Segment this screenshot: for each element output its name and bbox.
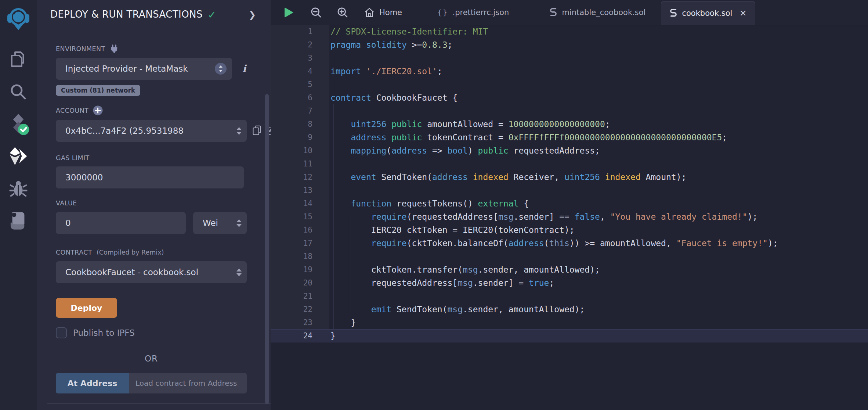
solidity-file-icon <box>549 8 557 17</box>
line-number: 3 <box>271 51 329 65</box>
tab-home[interactable]: Home <box>364 7 402 18</box>
line-number: 16 <box>271 223 329 237</box>
code-line[interactable]: 21 <box>271 289 868 303</box>
code-text <box>329 78 330 91</box>
panel-expand-chevron-icon[interactable]: ❯ <box>249 10 256 20</box>
zoom-out-icon[interactable] <box>310 6 323 19</box>
line-number: 20 <box>271 276 329 289</box>
code-line[interactable]: 11 <box>271 157 868 170</box>
tab-prettierrc[interactable]: {} .prettierrc.json <box>437 8 509 17</box>
home-icon <box>364 7 375 18</box>
code-text: IERC20 cktToken = IERC20(tokenContract); <box>329 223 575 237</box>
code-line[interactable]: 12 event SendToken(address indexed Recei… <box>271 170 868 184</box>
account-stepper-icon <box>234 127 242 135</box>
code-line[interactable]: 2pragma solidity >=0.8.3; <box>271 38 868 51</box>
line-number: 7 <box>271 104 329 118</box>
code-text: } <box>329 329 336 342</box>
code-text: contract CookbookFaucet { <box>329 91 457 104</box>
environment-info-icon[interactable]: i <box>242 63 246 74</box>
code-line[interactable]: 19 cktToken.transfer(msg.sender, amountA… <box>271 263 868 276</box>
code-line[interactable]: 5 <box>271 78 868 91</box>
solidity-file-icon <box>669 8 677 18</box>
debugger-icon[interactable] <box>8 179 28 198</box>
code-line[interactable]: 23 } <box>271 316 868 329</box>
zoom-in-icon[interactable] <box>336 6 349 19</box>
deploy-run-panel: DEPLOY & RUN TRANSACTIONS✓ ❯ ENVIRONMENT… <box>37 0 271 410</box>
code-line-current[interactable]: 24} <box>271 329 868 342</box>
copy-account-icon[interactable] <box>252 125 262 136</box>
code-line[interactable]: 8 uint256 public amountAllowed = 1000000… <box>271 118 868 131</box>
line-number: 19 <box>271 263 329 276</box>
code-line[interactable]: 1// SPDX-License-Identifier: MIT <box>271 25 868 38</box>
code-text: uint256 public amountAllowed = 100000000… <box>329 118 610 131</box>
file-explorer-icon[interactable] <box>8 49 28 69</box>
contract-value: CookbookFaucet - cookbook.sol <box>65 267 198 277</box>
account-select[interactable]: 0x4bC...7a4F2 (25.9531988 <box>56 120 247 142</box>
code-lines: 1// SPDX-License-Identifier: MIT2pragma … <box>271 25 868 342</box>
contract-sublabel: (Compiled by Remix) <box>97 249 164 256</box>
line-number: 6 <box>271 91 329 104</box>
code-text <box>329 250 330 263</box>
code-line[interactable]: 18 <box>271 250 868 263</box>
code-text: require(cktToken.balanceOf(address(this)… <box>329 237 778 250</box>
line-number: 5 <box>271 78 329 91</box>
value-unit: Wei <box>203 218 218 228</box>
panel-scrollbar[interactable] <box>265 94 269 404</box>
code-text <box>329 51 330 65</box>
unit-stepper-icon <box>234 219 242 227</box>
code-line[interactable]: 22 emit SendToken(msg.sender, amountAllo… <box>271 303 868 316</box>
contract-label: CONTRACT (Compiled by Remix) <box>56 249 254 256</box>
publish-ipfs-checkbox[interactable] <box>56 327 67 338</box>
code-text <box>329 289 330 303</box>
add-account-icon[interactable] <box>93 105 103 115</box>
code-text: requestedAddress[msg.sender] = true; <box>329 276 554 289</box>
code-line[interactable]: 20 requestedAddress[msg.sender] = true; <box>271 276 868 289</box>
code-line[interactable]: 15 require(requestedAddress[msg.sender] … <box>271 210 868 223</box>
run-script-icon[interactable] <box>285 7 293 18</box>
line-number: 11 <box>271 157 329 170</box>
code-text: import './IERC20.sol'; <box>329 65 442 78</box>
indent-guide <box>333 104 334 329</box>
code-line[interactable]: 9 address public tokenContract = 0xFFFFf… <box>271 131 868 144</box>
gas-limit-input[interactable]: 3000000 <box>56 166 244 188</box>
code-text: address public tokenContract = 0xFFFFfFF… <box>329 131 727 144</box>
code-line[interactable]: 6contract CookbookFaucet { <box>271 91 868 104</box>
code-editor[interactable]: 1// SPDX-License-Identifier: MIT2pragma … <box>271 25 868 410</box>
network-badge: Custom (81) network <box>56 85 140 96</box>
tab-mintable-coobook[interactable]: mintable_coobook.sol <box>549 8 645 17</box>
contract-select[interactable]: CookbookFaucet - cookbook.sol <box>56 261 247 283</box>
solidity-compiler-icon[interactable] <box>7 112 30 136</box>
code-text <box>329 157 330 170</box>
at-address-button[interactable]: At Address <box>56 373 129 393</box>
code-line[interactable]: 7 <box>271 104 868 118</box>
value-input[interactable]: 0 <box>56 212 186 234</box>
code-line[interactable]: 13 <box>271 184 868 197</box>
code-text: cktToken.transfer(msg.sender, amountAllo… <box>329 263 600 276</box>
code-text: mapping(address => bool) public requeste… <box>329 144 600 157</box>
code-line[interactable]: 4import './IERC20.sol'; <box>271 65 868 78</box>
code-line[interactable]: 14 function requestTokens() external { <box>271 197 868 210</box>
code-line[interactable]: 17 require(cktToken.balanceOf(address(th… <box>271 237 868 250</box>
code-text: require(requestedAddress[msg.sender] == … <box>329 210 757 223</box>
value-amount: 0 <box>65 218 71 228</box>
value-unit-select[interactable]: Wei <box>193 212 247 234</box>
remix-logo-icon[interactable] <box>7 7 30 31</box>
line-number: 12 <box>271 170 329 184</box>
search-icon[interactable] <box>8 82 28 102</box>
code-line[interactable]: 3 <box>271 51 868 65</box>
at-address-input[interactable] <box>129 373 247 393</box>
deploy-and-run-icon[interactable] <box>8 146 29 166</box>
environment-select[interactable]: Injected Provider - MetaMask <box>56 58 232 80</box>
code-line[interactable]: 10 mapping(address => bool) public reque… <box>271 144 868 157</box>
gas-limit-label: GAS LIMIT <box>56 154 254 162</box>
code-text: // SPDX-License-Identifier: MIT <box>329 25 488 38</box>
remix-ide: DEPLOY & RUN TRANSACTIONS✓ ❯ ENVIRONMENT… <box>0 0 868 410</box>
code-text: event SendToken(address indexed Receiver… <box>329 170 686 184</box>
icon-sidebar <box>0 0 37 410</box>
plugin-manager-icon[interactable] <box>9 211 28 230</box>
code-line[interactable]: 16 IERC20 cktToken = IERC20(tokenContrac… <box>271 223 868 237</box>
close-tab-icon[interactable]: ✕ <box>739 8 746 18</box>
line-number: 22 <box>271 303 329 316</box>
deploy-button[interactable]: Deploy <box>56 298 117 318</box>
tab-cookbook-active[interactable]: cookbook.sol ✕ <box>661 1 755 25</box>
